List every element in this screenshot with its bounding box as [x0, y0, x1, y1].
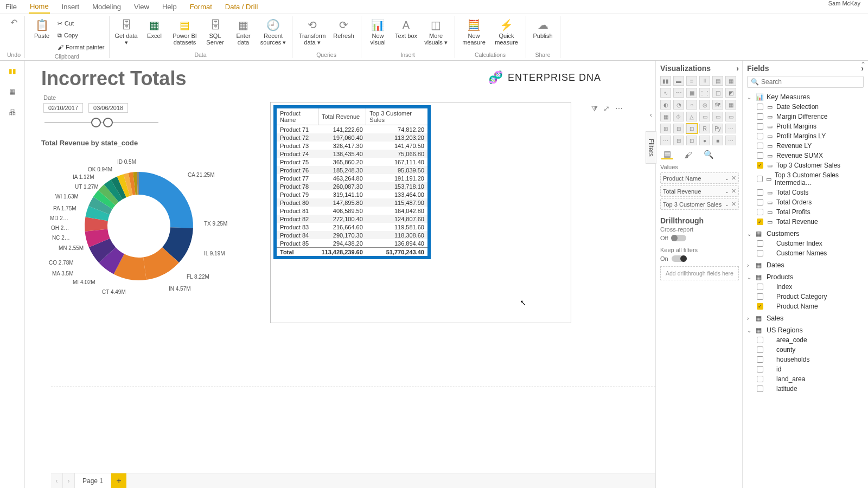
- filters-collapse-icon[interactable]: ‹: [650, 111, 652, 119]
- recent-sources-button[interactable]: 🕘Recent sources ▾: [259, 16, 288, 46]
- pbi-datasets-button[interactable]: ▤Power BI datasets: [170, 16, 200, 46]
- field-well[interactable]: Total Revenue⌄✕: [660, 185, 739, 197]
- field-item[interactable]: households: [747, 355, 864, 364]
- table-row[interactable]: Product 73326,417.30141,470.50: [277, 142, 427, 150]
- column-header[interactable]: Top 3 Customer Sales: [366, 108, 427, 125]
- menu-insert[interactable]: Insert: [61, 1, 81, 13]
- field-item[interactable]: ▭Total Costs: [747, 188, 864, 197]
- viz-type-0[interactable]: ▮▮: [660, 76, 671, 86]
- field-checkbox[interactable]: [757, 240, 763, 247]
- viz-type-21[interactable]: ▭: [699, 112, 710, 121]
- table-row[interactable]: Product 83216,664.60119,581.60: [277, 223, 427, 231]
- slider-handle-right[interactable]: [103, 118, 113, 127]
- report-view-button[interactable]: ▮▮: [7, 65, 18, 77]
- table-row[interactable]: Product 78260,087.30153,718.10: [277, 182, 427, 190]
- table-row[interactable]: Product 79319,141.10133,464.00: [277, 190, 427, 198]
- column-header[interactable]: Product Name: [277, 108, 318, 125]
- field-well[interactable]: Top 3 Customer Sales⌄✕: [660, 198, 739, 210]
- refresh-button[interactable]: ⟳Refresh: [331, 16, 356, 39]
- viz-type-17[interactable]: ▦: [725, 100, 736, 110]
- viz-type-35[interactable]: ⋯: [725, 136, 736, 145]
- viz-type-28[interactable]: Py: [712, 124, 723, 133]
- field-checkbox[interactable]: [757, 284, 763, 290]
- cut-button[interactable]: ✂ Cut: [58, 17, 105, 28]
- field-item[interactable]: ▭Revenue SUMX: [747, 151, 864, 160]
- field-item[interactable]: ✓▭Total Revenue: [747, 217, 864, 227]
- field-checkbox[interactable]: [757, 152, 763, 159]
- field-checkbox[interactable]: [757, 250, 763, 256]
- sql-server-button[interactable]: 🗄SQL Server: [203, 16, 228, 46]
- fields-search[interactable]: 🔍: [747, 76, 864, 88]
- copy-button[interactable]: ⧉ Copy: [58, 29, 105, 40]
- field-checkbox[interactable]: [757, 104, 763, 110]
- field-item[interactable]: ▭Revenue LY: [747, 141, 864, 151]
- viz-type-30[interactable]: ⋯: [660, 136, 671, 145]
- format-tab-icon[interactable]: 🖌: [682, 150, 694, 159]
- field-item[interactable]: ▭Total Profits: [747, 207, 864, 217]
- field-item[interactable]: id: [747, 364, 864, 374]
- field-checkbox[interactable]: ✓: [757, 162, 763, 169]
- viz-type-20[interactable]: △: [686, 112, 697, 121]
- analytics-tab-icon[interactable]: 🔍: [703, 150, 714, 159]
- table-row[interactable]: Product 72197,060.40113,203.20: [277, 133, 427, 142]
- date-to-input[interactable]: 03/06/2018: [88, 103, 128, 113]
- date-slider[interactable]: [44, 116, 158, 129]
- column-header[interactable]: Total Revenue: [318, 108, 366, 125]
- table-visual[interactable]: Product NameTotal RevenueTop 3 Customer …: [273, 105, 431, 259]
- publish-button[interactable]: ☁Publish: [531, 16, 556, 39]
- field-table-header[interactable]: ⌄▦US Regions: [747, 325, 864, 335]
- field-table-header[interactable]: ⌄▦Customers: [747, 229, 864, 239]
- field-item[interactable]: ✓Product Name: [747, 301, 864, 311]
- keep-filters-toggle[interactable]: [672, 255, 687, 262]
- format-painter-button[interactable]: 🖌 Format painter: [58, 41, 105, 52]
- undo-icon[interactable]: ↶: [8, 16, 20, 28]
- viz-pane-collapse-icon[interactable]: ›: [736, 64, 739, 73]
- viz-type-8[interactable]: ▩: [686, 88, 697, 98]
- remove-field-icon[interactable]: ✕: [729, 188, 736, 194]
- date-from-input[interactable]: 02/10/2017: [43, 103, 83, 113]
- field-checkbox[interactable]: ✓: [757, 303, 763, 310]
- field-item[interactable]: ▭Total Orders: [747, 197, 864, 207]
- field-item[interactable]: area_code: [747, 335, 864, 345]
- excel-button[interactable]: ▦Excel: [142, 16, 167, 39]
- donut-slice[interactable]: [139, 172, 193, 228]
- viz-type-29[interactable]: ⋯: [725, 124, 736, 133]
- viz-type-16[interactable]: 🗺: [712, 100, 723, 110]
- viz-type-1[interactable]: ▬: [673, 76, 684, 86]
- field-checkbox[interactable]: [757, 376, 763, 382]
- field-checkbox[interactable]: [757, 199, 763, 206]
- viz-type-23[interactable]: ▭: [725, 112, 736, 121]
- table-row[interactable]: Product 82272,100.40124,807.60: [277, 215, 427, 223]
- table-row[interactable]: Product 85294,438.20136,894.40: [277, 239, 427, 248]
- viz-type-5[interactable]: ▦: [725, 76, 736, 86]
- page-prev-button[interactable]: ‹: [51, 473, 63, 488]
- viz-type-14[interactable]: ○: [686, 100, 697, 110]
- new-measure-button[interactable]: 🧮New measure: [459, 16, 489, 46]
- add-page-button[interactable]: +: [111, 473, 126, 488]
- remove-field-icon[interactable]: ✕: [729, 175, 736, 181]
- cross-report-toggle[interactable]: [671, 235, 686, 241]
- filter-icon[interactable]: ⧩: [591, 104, 598, 113]
- field-checkbox[interactable]: [757, 356, 763, 363]
- text-box-button[interactable]: AText box: [394, 16, 419, 39]
- viz-type-3[interactable]: ⫴: [699, 76, 710, 86]
- field-item[interactable]: Product Category: [747, 292, 864, 301]
- field-item[interactable]: Customer Names: [747, 248, 864, 258]
- paste-button[interactable]: 📋Paste: [29, 16, 54, 39]
- viz-type-22[interactable]: ▭: [712, 112, 723, 121]
- field-checkbox[interactable]: [757, 113, 763, 120]
- field-item[interactable]: county: [747, 345, 864, 355]
- table-row[interactable]: Product 74138,435.4075,066.80: [277, 150, 427, 158]
- donut-chart[interactable]: CA 21.25MTX 9.25MIL 9.19MFL 8.22MIN 4.57…: [41, 150, 237, 313]
- field-checkbox[interactable]: [757, 143, 763, 149]
- viz-type-34[interactable]: ■: [712, 136, 723, 145]
- field-table-header[interactable]: ›▦Dates: [747, 260, 864, 270]
- enter-data-button[interactable]: ▦Enter data: [231, 16, 256, 46]
- slider-handle-left[interactable]: [91, 118, 101, 127]
- field-item[interactable]: Index: [747, 282, 864, 292]
- viz-type-31[interactable]: ⊟: [673, 136, 684, 145]
- focus-icon[interactable]: ⤢: [603, 104, 610, 113]
- data-view-button[interactable]: ▦: [7, 86, 18, 98]
- field-item[interactable]: ▭Top 3 Customer Sales Intermedia…: [747, 170, 864, 188]
- field-item[interactable]: latitude: [747, 384, 864, 394]
